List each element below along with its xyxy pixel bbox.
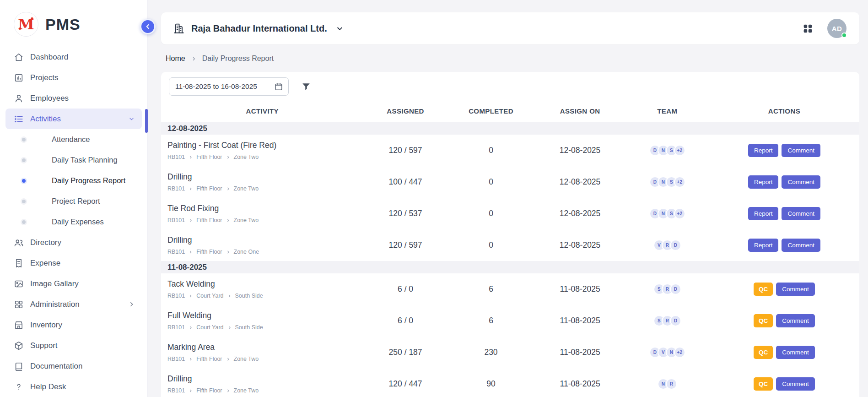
activity-title: Full Welding — [167, 311, 364, 321]
sidebar-item-label: Activities — [30, 114, 61, 124]
comment-button[interactable]: Comment — [782, 144, 820, 158]
row-actions: ReportComment — [709, 144, 859, 158]
group-date: 11-08-2025 — [167, 263, 207, 272]
comment-button[interactable]: Comment — [776, 314, 815, 328]
chevron-right-icon — [189, 357, 193, 361]
location-crumb: Court Yard — [196, 324, 223, 331]
location-crumb: Fifth Floor — [196, 249, 222, 255]
team-avatar[interactable]: D — [670, 315, 681, 326]
team-avatar[interactable]: +2 — [674, 347, 685, 358]
assign-on-value: 12-08-2025 — [534, 146, 625, 155]
assign-on-value: 11-08-2025 — [534, 348, 625, 357]
comment-button[interactable]: Comment — [782, 175, 820, 189]
sidebar-item-employees[interactable]: Employees — [5, 88, 142, 109]
sidebar-collapse-button[interactable] — [140, 19, 156, 34]
breadcrumb-home[interactable]: Home — [166, 54, 185, 63]
assign-on-value: 12-08-2025 — [534, 240, 625, 250]
breadcrumb: Home Daily Progress Report — [166, 54, 858, 64]
user-avatar[interactable]: AD — [827, 19, 846, 38]
location-crumb: RB101 — [167, 249, 185, 255]
main-content: Raja Bahadur International Ltd. — [148, 0, 868, 397]
sidebar-subitem-daily-progress-report[interactable]: Daily Progress Report — [0, 170, 147, 191]
completed-value: 6 — [447, 284, 535, 294]
sidebar-item-help-desk[interactable]: Help Desk — [5, 376, 142, 397]
team-avatars: DNS+2 — [625, 208, 709, 219]
team-avatar[interactable]: D — [670, 283, 681, 295]
sidebar-subitem-project-report[interactable]: Project Report — [0, 191, 147, 212]
chevron-right-icon — [226, 389, 230, 393]
sidebar-item-activities[interactable]: Activities — [5, 109, 142, 129]
team-avatars: VRD — [625, 239, 709, 251]
company-switcher[interactable]: Raja Bahadur International Ltd. — [173, 22, 344, 34]
qc-button[interactable]: QC — [754, 283, 773, 296]
sidebar-item-image-gallary[interactable]: Image Gallary — [5, 273, 142, 294]
support-icon — [14, 341, 24, 351]
sidebar-item-documentation[interactable]: Documentation — [5, 356, 142, 376]
team-avatar[interactable]: +2 — [674, 176, 685, 188]
activity-location: RB101Fifth FloorZone Two — [167, 387, 364, 394]
table-header: ACTIVITYASSIGNEDCOMPLETEDASSIGN ONTEAMAC… — [161, 107, 859, 122]
date-group-header: 11-08-2025 — [161, 261, 859, 273]
report-button[interactable]: Report — [748, 207, 779, 221]
sidebar-item-support[interactable]: Support — [5, 335, 142, 356]
online-status-dot — [841, 33, 847, 38]
assigned-value: 250 / 187 — [364, 348, 447, 357]
qc-button[interactable]: QC — [754, 314, 773, 328]
sidebar-item-projects[interactable]: Projects — [5, 67, 142, 88]
sidebar-item-inventory[interactable]: Inventory — [5, 315, 142, 335]
report-button[interactable]: Report — [748, 239, 779, 252]
comment-button[interactable]: Comment — [776, 283, 815, 296]
team-avatars: DVN+2 — [625, 347, 709, 358]
row-actions: QCComment — [709, 377, 859, 391]
chevron-right-icon — [128, 300, 135, 308]
location-crumb: RB101 — [167, 293, 185, 299]
team-avatar[interactable]: D — [670, 239, 681, 251]
assigned-value: 120 / 597 — [364, 240, 447, 250]
activity-location: RB101Fifth FloorZone Two — [167, 217, 364, 223]
avatar-initials: AD — [832, 25, 842, 33]
activity-title: Marking Area — [167, 343, 364, 352]
completed-value: 230 — [447, 348, 535, 357]
sidebar-subitem-daily-task-planning[interactable]: Daily Task Planning — [0, 150, 147, 170]
assigned-value: 120 / 447 — [364, 379, 447, 389]
chevron-right-icon — [189, 294, 193, 298]
logo-icon: M — [14, 12, 38, 37]
chevron-right-icon — [227, 294, 232, 298]
column-header-actions: ACTIONS — [709, 107, 859, 115]
helpdesk-icon — [14, 382, 24, 392]
sidebar-item-expense[interactable]: Expense — [5, 253, 142, 273]
bullet-icon — [22, 179, 26, 183]
comment-button[interactable]: Comment — [782, 207, 820, 221]
filter-button[interactable] — [301, 82, 311, 92]
team-avatars: DNS+2 — [625, 145, 709, 156]
report-button[interactable]: Report — [748, 175, 779, 189]
date-range-input[interactable]: 11-08-2025 to 16-08-2025 — [169, 77, 289, 96]
bullet-icon — [22, 138, 26, 141]
report-button[interactable]: Report — [748, 144, 779, 158]
qc-button[interactable]: QC — [754, 346, 773, 359]
completed-value: 6 — [447, 316, 535, 326]
assign-on-value: 11-08-2025 — [534, 379, 625, 389]
comment-button[interactable]: Comment — [776, 377, 815, 391]
sidebar-item-dashboard[interactable]: Dashboard — [5, 47, 142, 67]
sidebar-subitem-daily-expenses[interactable]: Daily Expenses — [0, 212, 147, 232]
chevron-right-icon — [189, 326, 193, 330]
comment-button[interactable]: Comment — [776, 346, 815, 359]
sidebar: M PMS DashboardProjectsEmployeesActiviti… — [0, 0, 148, 397]
location-crumb: RB101 — [167, 154, 185, 160]
team-avatar[interactable]: R — [666, 378, 677, 390]
apps-grid-icon — [802, 23, 814, 34]
team-avatar[interactable]: +2 — [674, 145, 685, 156]
sidebar-subitem-attendance[interactable]: Attendance — [0, 129, 147, 150]
team-avatar[interactable]: +2 — [674, 208, 685, 219]
sidebar-item-administration[interactable]: Administration — [5, 294, 142, 315]
filter-funnel-icon — [301, 82, 311, 92]
qc-button[interactable]: QC — [754, 377, 773, 391]
apps-grid-button[interactable] — [802, 23, 814, 34]
activity-title: Drilling — [167, 374, 364, 384]
column-header-team: TEAM — [625, 107, 709, 115]
team-avatars: DNS+2 — [625, 176, 709, 188]
sidebar-item-directory[interactable]: Directory — [5, 232, 142, 253]
chevron-right-icon — [189, 389, 193, 393]
comment-button[interactable]: Comment — [782, 239, 820, 252]
